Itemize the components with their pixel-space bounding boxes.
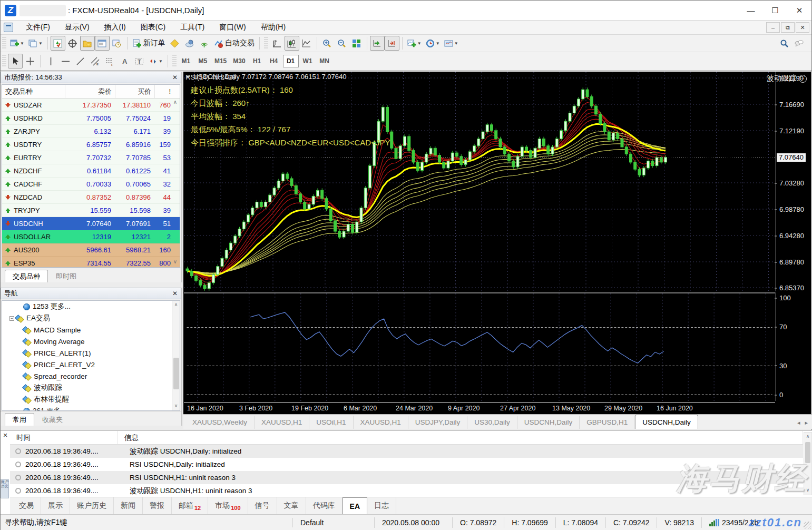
tab-scroll-arrows[interactable]: ◂ ▸: [797, 419, 809, 426]
new-chart-button[interactable]: ▼: [8, 36, 26, 51]
market-watch-row[interactable]: USDHKD7.750057.7502419: [2, 112, 180, 125]
maximize-button[interactable]: ☐: [763, 1, 787, 20]
scroll-down-icon[interactable]: ∨: [171, 259, 179, 267]
navigator-item-2[interactable]: MACD Sample: [2, 324, 180, 336]
navigator-caption[interactable]: 导航 ✕: [1, 288, 181, 299]
chart-tab-2[interactable]: USOil,H1: [309, 416, 353, 429]
zoom-out-button[interactable]: [335, 36, 349, 51]
log-row[interactable]: 2020.06.18 19:36:49....RSI USDCNH,Daily:…: [10, 458, 803, 471]
timeframe-h1[interactable]: H1: [249, 55, 265, 67]
column-ask[interactable]: 买价: [115, 85, 155, 98]
resize-grip[interactable]: [804, 522, 811, 529]
menu-item-1[interactable]: 显示(V): [57, 21, 97, 35]
navigator-item-6[interactable]: Spread_recorder: [2, 370, 180, 382]
terminal-tab-代码库[interactable]: 代码库: [306, 497, 343, 515]
terminal-tab-警报[interactable]: 警报: [143, 497, 172, 515]
market-watch-row[interactable]: USDCNH7.076407.0769151: [2, 217, 180, 230]
navigator-close-icon[interactable]: ✕: [172, 290, 178, 297]
log-row[interactable]: 2020.06.18 19:36:49....波动跟踪 USDCNH,Daily…: [10, 445, 803, 458]
chart-tab-1[interactable]: XAUUSD,H1: [255, 416, 309, 429]
navigator-item-9[interactable]: 361 更多...: [2, 405, 180, 411]
navigator-item-3[interactable]: Moving Average: [2, 336, 180, 347]
new-order-button[interactable]: 新订单: [130, 36, 168, 51]
menu-item-6[interactable]: 帮助(H): [253, 21, 293, 35]
rsi-axis[interactable]: 10070300: [776, 292, 810, 401]
community-chat-button[interactable]: [791, 36, 806, 51]
timeframe-m30[interactable]: M30: [230, 55, 248, 67]
market-watch-tab-交易品种[interactable]: 交易品种: [5, 270, 48, 282]
navigator-item-0[interactable]: 1253 更多...: [2, 301, 180, 312]
rsi-indicator-pane[interactable]: [184, 292, 775, 401]
search-button[interactable]: [777, 36, 791, 51]
candlestick-chart-button[interactable]: [285, 36, 299, 51]
tile-windows-button[interactable]: [349, 36, 364, 51]
data-window-toggle[interactable]: [65, 36, 80, 51]
mdi-restore-button[interactable]: ⧉: [781, 22, 795, 33]
market-watch-close-icon[interactable]: ✕: [172, 74, 178, 81]
navigator-item-4[interactable]: PRICE_ALERT(1): [2, 347, 180, 359]
timeframe-m5[interactable]: M5: [195, 55, 211, 67]
expand-collapse-icon[interactable]: −: [9, 316, 14, 321]
market-watch-row[interactable]: USDZAR17.3735017.38110760: [2, 99, 180, 112]
market-watch-caption[interactable]: 市场报价: 14:56:33 ✕: [1, 72, 181, 83]
terminal-toggle[interactable]: [95, 36, 110, 51]
menu-item-4[interactable]: 工具(T): [173, 21, 212, 35]
toolbar-grip[interactable]: [2, 37, 6, 50]
vertical-line-tool[interactable]: [43, 54, 58, 68]
market-watch-row[interactable]: ZARJPY6.1326.17139: [2, 125, 180, 138]
navigator-item-5[interactable]: PRICE_ALERT_V2: [2, 359, 180, 370]
status-profile[interactable]: Default: [293, 517, 375, 528]
column-message[interactable]: 信息: [118, 431, 803, 444]
market-watch-row[interactable]: USDOLLAR12319123212: [2, 230, 180, 243]
chart-tab-4[interactable]: USDJPY,Daily: [408, 416, 467, 429]
market-watch-row[interactable]: TRYJPY15.55915.59839: [2, 204, 180, 217]
column-symbol[interactable]: 交易品种: [2, 85, 65, 98]
log-row[interactable]: 2020.06.18 19:36:49....波动跟踪 USDCNH,H1: u…: [10, 484, 803, 497]
terminal-tab-日志[interactable]: 日志: [367, 497, 396, 515]
menu-item-3[interactable]: 图表(C): [133, 21, 173, 35]
terminal-tab-文章[interactable]: 文章: [277, 497, 306, 515]
mdi-close-button[interactable]: ✕: [796, 22, 809, 33]
line-chart-button[interactable]: [299, 36, 314, 51]
market-watch-row[interactable]: NZDCHF0.611840.6122541: [2, 164, 180, 178]
close-button[interactable]: ✕: [787, 1, 811, 20]
chart-tab-0[interactable]: XAUUSD,Weekly: [185, 416, 255, 429]
timeframe-d1[interactable]: D1: [283, 55, 299, 67]
log-row[interactable]: 2020.06.18 19:36:49....RSI USDCNH,H1: un…: [10, 471, 803, 484]
chart-tab-5[interactable]: US30,Daily: [467, 416, 517, 429]
indicators-button[interactable]: ▼: [405, 36, 424, 51]
terminal-tab-EA[interactable]: EA: [343, 497, 367, 515]
scroll-up-icon[interactable]: ∧: [171, 99, 179, 107]
market-watch-row[interactable]: ESP357314.557322.55800: [2, 257, 180, 268]
crosshair-tool[interactable]: [23, 54, 37, 68]
chart-tab-3[interactable]: XAUUSD,H1: [354, 416, 408, 429]
chart-shift-button[interactable]: [385, 36, 399, 51]
strategy-tester-toggle[interactable]: [110, 36, 124, 51]
market-watch-row[interactable]: AUS2005966.615968.21160: [2, 243, 180, 257]
column-time[interactable]: 时间: [10, 431, 118, 444]
market-watch-tab-即时图[interactable]: 即时图: [48, 270, 84, 282]
templates-button[interactable]: ▼: [442, 36, 461, 51]
price-axis[interactable]: 7.211907.166907.121907.032806.987806.942…: [776, 72, 810, 291]
terminal-tab-交易[interactable]: 交易: [12, 497, 41, 515]
timeframe-m15[interactable]: M15: [212, 55, 229, 67]
terminal-scrollbar[interactable]: ∧ ∨: [804, 432, 812, 495]
market-watch-row[interactable]: USDTRY6.857576.85916159: [2, 138, 180, 151]
fibonacci-tool[interactable]: F: [102, 54, 117, 68]
bar-chart-button[interactable]: [270, 36, 285, 51]
toolbar-grip[interactable]: [2, 55, 6, 67]
timeframe-mn[interactable]: MN: [317, 55, 332, 67]
terminal-tab-邮箱[interactable]: 邮箱12: [172, 497, 208, 515]
navigator-tab-常用[interactable]: 常用: [5, 413, 34, 426]
market-watch-row[interactable]: CADCHF0.700330.7006532: [2, 178, 180, 191]
navigator-item-7[interactable]: 波动跟踪: [2, 382, 180, 394]
chart-tab-8[interactable]: USDCNH,Daily: [635, 415, 698, 429]
cursor-tool[interactable]: [8, 54, 23, 68]
timeframe-w1[interactable]: W1: [300, 55, 316, 67]
column-bid[interactable]: 卖价: [65, 85, 115, 98]
mdi-minimize-button[interactable]: –: [766, 22, 780, 33]
autotrading-button[interactable]: 自动交易: [212, 36, 257, 51]
menu-item-5[interactable]: 窗口(W): [212, 21, 253, 35]
zoom-in-button[interactable]: [320, 36, 335, 51]
menu-item-0[interactable]: 文件(F): [18, 21, 57, 35]
